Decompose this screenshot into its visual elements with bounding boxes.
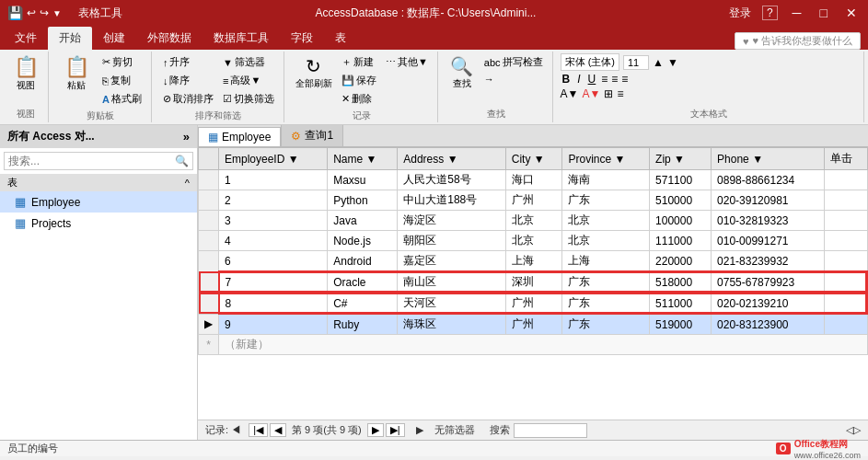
- font-color-icon[interactable]: A▼: [582, 87, 600, 100]
- table-cell[interactable]: Java: [328, 211, 398, 231]
- search-ribbon[interactable]: ♥ ♥ 告诉我你想要做什么: [735, 32, 861, 50]
- col-extra[interactable]: 单击: [824, 148, 867, 170]
- table-cell[interactable]: [824, 170, 867, 190]
- help-button[interactable]: ?: [762, 6, 778, 20]
- table-cell[interactable]: 嘉定区: [398, 251, 505, 272]
- table-row[interactable]: 1Maxsu人民大道58号海口海南5711000898-88661234: [199, 170, 868, 190]
- table-cell[interactable]: Maxsu: [328, 170, 398, 190]
- sidebar-item-employee[interactable]: ▦ Employee: [0, 191, 197, 213]
- tab-create[interactable]: 创建: [92, 27, 136, 50]
- view-button[interactable]: 📋 视图: [9, 53, 42, 94]
- sort-asc-button[interactable]: ↑ 升序: [159, 53, 217, 71]
- table-cell[interactable]: 天河区: [398, 293, 505, 314]
- table-cell[interactable]: 广东: [562, 271, 650, 293]
- spell-check-button[interactable]: abc 拼写检查: [480, 53, 547, 71]
- other-button[interactable]: ⋯ 其他▼: [382, 53, 432, 71]
- tab-file[interactable]: 文件: [4, 27, 48, 50]
- table-cell[interactable]: Ruby: [328, 314, 398, 335]
- table-cell[interactable]: 广州: [505, 190, 562, 211]
- nav-prev-button[interactable]: ◀: [270, 423, 286, 437]
- minimize-button[interactable]: ─: [789, 6, 805, 20]
- highlight-color-icon[interactable]: A▼: [561, 87, 579, 100]
- gridlines-icon[interactable]: ⊞: [604, 87, 613, 100]
- nav-last-button[interactable]: ▶|: [386, 423, 405, 437]
- redo-icon[interactable]: ↪: [40, 6, 49, 19]
- table-cell[interactable]: 北京: [505, 231, 562, 251]
- table-cell[interactable]: 海淀区: [398, 211, 505, 231]
- table-row[interactable]: 7Oracle南山区深圳广东5180000755-67879923: [199, 271, 868, 293]
- replace-button[interactable]: →: [480, 72, 547, 86]
- cut-button[interactable]: ✂ 剪切: [98, 53, 145, 71]
- align-left-icon[interactable]: ≡: [601, 73, 608, 86]
- table-cell[interactable]: [824, 251, 867, 272]
- table-cell[interactable]: [824, 314, 867, 335]
- table-cell[interactable]: 6: [219, 251, 328, 272]
- align-center-icon[interactable]: ≡: [611, 73, 618, 86]
- table-row[interactable]: 8C#天河区广州广东511000020-02139210: [199, 293, 868, 314]
- col-address[interactable]: Address ▼: [398, 148, 505, 170]
- table-cell[interactable]: 广州: [505, 314, 562, 335]
- table-row[interactable]: 2Python中山大道188号广州广东510000020-39120981: [199, 190, 868, 211]
- save-icon[interactable]: 💾: [7, 6, 23, 20]
- save-record-button[interactable]: 💾 保存: [338, 72, 380, 89]
- table-cell[interactable]: 海珠区: [398, 314, 505, 335]
- user-label[interactable]: 登录: [729, 6, 751, 21]
- copy-button[interactable]: ⎘ 复制: [98, 72, 145, 89]
- search-input[interactable]: [5, 153, 171, 169]
- table-cell[interactable]: 020-39120981: [712, 190, 825, 211]
- doc-tab-employee[interactable]: ▦ Employee: [198, 127, 281, 146]
- table-cell[interactable]: 020-02139210: [712, 293, 825, 314]
- undo-icon[interactable]: ↩: [27, 6, 36, 19]
- table-new-row[interactable]: *（新建）: [199, 335, 868, 355]
- tab-table[interactable]: 表: [324, 27, 357, 50]
- table-cell[interactable]: 510000: [650, 190, 712, 211]
- table-cell[interactable]: 北京: [562, 231, 650, 251]
- table-cell[interactable]: 上海: [505, 251, 562, 272]
- table-cell[interactable]: [824, 293, 867, 314]
- align-right-icon[interactable]: ≡: [621, 73, 628, 86]
- table-cell[interactable]: 南山区: [398, 271, 505, 293]
- table-cell[interactable]: 上海: [562, 251, 650, 272]
- tab-field[interactable]: 字段: [280, 27, 324, 50]
- table-cell[interactable]: 人民大道58号: [398, 170, 505, 190]
- status-search-input[interactable]: [514, 423, 587, 438]
- table-row[interactable]: 3Java海淀区北京北京100000010-32819323: [199, 211, 868, 231]
- new-record-button[interactable]: ＋ 新建: [338, 53, 380, 71]
- table-cell[interactable]: Python: [328, 190, 398, 211]
- table-cell[interactable]: 220000: [650, 251, 712, 272]
- font-size-dec-icon[interactable]: ▼: [667, 56, 678, 69]
- refresh-button[interactable]: ↻ 全部刷新: [292, 53, 336, 92]
- table-cell[interactable]: 020-83123900: [712, 314, 825, 335]
- tab-dbtools[interactable]: 数据库工具: [203, 27, 280, 50]
- table-cell[interactable]: 中山大道188号: [398, 190, 505, 211]
- table-cell[interactable]: 111000: [650, 231, 712, 251]
- table-cell[interactable]: 7: [219, 271, 328, 293]
- bold-button[interactable]: B: [561, 73, 573, 86]
- table-row[interactable]: 6Android嘉定区上海上海220000021-83239932: [199, 251, 868, 272]
- table-cell[interactable]: 4: [219, 231, 328, 251]
- format-button[interactable]: A 格式刷: [98, 90, 145, 108]
- font-size-select[interactable]: 11: [623, 55, 649, 70]
- font-size-inc-icon[interactable]: ▲: [653, 56, 664, 69]
- table-cell[interactable]: 0755-67879923: [712, 271, 825, 293]
- sidebar-item-projects[interactable]: ▦ Projects: [0, 213, 197, 234]
- table-cell[interactable]: 朝阳区: [398, 231, 505, 251]
- table-cell[interactable]: Oracle: [328, 271, 398, 293]
- nav-next-button[interactable]: ▶: [367, 423, 384, 437]
- italic-button[interactable]: I: [575, 73, 582, 86]
- section-header-table[interactable]: 表 ^: [0, 174, 197, 191]
- sort-desc-button[interactable]: ↓ 降序: [159, 72, 217, 89]
- table-cell[interactable]: 010-00991271: [712, 231, 825, 251]
- table-cell[interactable]: [824, 190, 867, 211]
- table-cell[interactable]: 广东: [562, 293, 650, 314]
- table-cell[interactable]: 010-32819323: [712, 211, 825, 231]
- table-cell[interactable]: 519000: [650, 314, 712, 335]
- table-row[interactable]: 4Node.js朝阳区北京北京111000010-00991271: [199, 231, 868, 251]
- table-cell[interactable]: 1: [219, 170, 328, 190]
- delete-record-button[interactable]: ✕ 删除: [338, 90, 380, 108]
- table-row[interactable]: ▶9Ruby海珠区广州广东519000020-83123900: [199, 314, 868, 335]
- table-cell[interactable]: 511000: [650, 293, 712, 314]
- table-cell[interactable]: 571100: [650, 170, 712, 190]
- close-button[interactable]: ✕: [842, 6, 861, 20]
- status-scrollbar[interactable]: ◁▷: [846, 424, 861, 436]
